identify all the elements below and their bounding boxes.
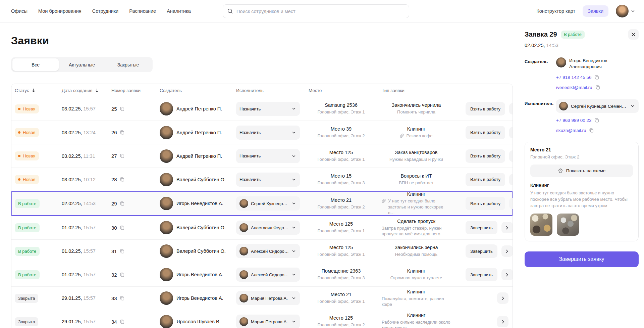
executor-select[interactable]: Мария Петрова А. xyxy=(236,315,300,328)
type-description-text: Необходима помощь xyxy=(395,251,438,257)
copy-icon[interactable] xyxy=(120,272,125,277)
copy-icon[interactable] xyxy=(120,201,125,206)
column-header-3[interactable]: Создатель xyxy=(160,88,236,93)
show-on-scheme-button[interactable]: Показать на схеме xyxy=(530,165,633,177)
sort-desc-icon[interactable] xyxy=(95,88,99,93)
column-header-6[interactable]: Тип заявки xyxy=(382,88,466,93)
copy-icon[interactable] xyxy=(120,319,125,324)
column-header-0[interactable]: Статус xyxy=(11,88,62,93)
open-details-button[interactable] xyxy=(497,316,508,327)
table-row[interactable]: Новая03.02.25, 15:5725Андрей Петренко П.… xyxy=(11,97,513,121)
nav-item-0[interactable]: Офисы xyxy=(11,8,28,14)
executor-email-link[interactable]: skuzn@mail.ru xyxy=(556,128,586,133)
copy-icon[interactable] xyxy=(120,177,125,182)
nav-item-2[interactable]: Сотрудники xyxy=(92,8,119,14)
copy-icon[interactable] xyxy=(594,118,599,123)
status-cell: Новая xyxy=(11,151,62,160)
time-value: 15:57 xyxy=(82,106,95,111)
column-header-5[interactable]: Место xyxy=(309,88,382,93)
copy-icon[interactable] xyxy=(120,153,125,158)
table-row[interactable]: В работе01.02.25, 15:5730Валерий Субботи… xyxy=(11,216,513,239)
table-row[interactable]: В работе01.02.25, 15:5732Игорь Венедикто… xyxy=(11,263,513,286)
open-details-button[interactable] xyxy=(509,174,513,185)
table-row[interactable]: Новая03.02.25, 10:1228Валерий Субботин О… xyxy=(11,168,513,191)
column-header-1[interactable]: Дата создания xyxy=(62,88,111,93)
executor-select[interactable]: Сергей Кузнецов С. xyxy=(236,196,300,210)
status-badge: В работе xyxy=(15,199,40,208)
close-panel-button[interactable] xyxy=(628,29,639,40)
executor-select[interactable]: Назначить xyxy=(236,173,300,187)
tab-0[interactable]: Все xyxy=(12,58,59,71)
open-details-button[interactable] xyxy=(509,103,513,114)
assign-placeholder: Назначить xyxy=(239,106,261,111)
complete-request-button[interactable]: Завершить заявку xyxy=(525,251,639,267)
take-to-work-button[interactable]: Взять в работу xyxy=(466,126,505,139)
open-details-button[interactable] xyxy=(497,292,508,304)
location-pin-icon xyxy=(558,168,563,174)
open-details-button[interactable] xyxy=(509,150,513,162)
executor-cell: Алексей Сидоров П. xyxy=(236,268,309,282)
open-details-button[interactable] xyxy=(509,198,513,209)
global-search xyxy=(223,4,409,18)
executor-select[interactable]: Назначить xyxy=(236,149,300,163)
table-row[interactable]: В работе02.02.25, 14:5329Игорь Венедикто… xyxy=(11,191,513,216)
nav-item-1[interactable]: Мои бронирования xyxy=(38,8,82,14)
nav-item-4[interactable]: Аналитика xyxy=(167,8,191,14)
copy-icon[interactable] xyxy=(120,249,125,254)
creator-email-link[interactable]: ivenedikt@mail.ru xyxy=(556,85,592,90)
sort-desc-icon[interactable] xyxy=(31,88,36,93)
executor-select[interactable]: Алексей Сидоров П. xyxy=(236,244,300,258)
actions-cell: Завершить xyxy=(466,221,513,234)
chevron-down-icon xyxy=(631,104,635,108)
executor-select[interactable]: Сергей Кузнецов Семенович xyxy=(556,99,639,113)
copy-icon[interactable] xyxy=(594,75,599,80)
open-details-button[interactable] xyxy=(509,127,513,138)
attachment-photo[interactable] xyxy=(530,214,552,236)
executor-select[interactable]: Назначить xyxy=(236,126,300,140)
copy-icon[interactable] xyxy=(120,106,125,111)
table-row[interactable]: Новая03.02.25, 11:3127Андрей Петренко П.… xyxy=(11,144,513,168)
open-details-button[interactable] xyxy=(501,245,513,257)
place-location: Головной офис, Этаж 1 xyxy=(317,298,365,304)
open-details-button[interactable] xyxy=(501,269,513,280)
attachment-photo[interactable] xyxy=(557,214,579,236)
executor-select[interactable]: Анастасия Федорова В. xyxy=(236,221,300,235)
take-to-work-button[interactable]: Взять в работу xyxy=(466,102,505,115)
executor-select[interactable]: Назначить xyxy=(236,102,300,116)
take-to-work-button[interactable]: Взять в работу xyxy=(466,149,505,163)
place-cell: Место 125Головной офис, Этаж 1 xyxy=(309,245,382,257)
table-row[interactable]: Закрыта29.01.25, 15:5734Ярослав Шуваев В… xyxy=(11,310,513,328)
executor-select[interactable]: Мария Петрова А. xyxy=(236,291,300,305)
table-row[interactable]: Новая03.02.25, 13:2426Андрей Петренко П.… xyxy=(11,121,513,144)
copy-icon[interactable] xyxy=(595,85,600,90)
date-value: 29.01.25, xyxy=(62,319,82,324)
nav-item-requests[interactable]: Заявки xyxy=(583,5,608,17)
creator-name: Андрей Петренко П. xyxy=(176,153,222,159)
take-to-work-button[interactable]: Взять в работу xyxy=(466,173,505,186)
copy-icon[interactable] xyxy=(120,296,125,301)
executor-select[interactable]: Алексей Сидоров П. xyxy=(236,268,300,282)
copy-icon[interactable] xyxy=(589,128,594,133)
copy-icon[interactable] xyxy=(120,130,125,135)
top-nav: ОфисыМои бронированияСотрудникиРасписани… xyxy=(0,0,644,22)
complete-button[interactable]: Завершить xyxy=(466,221,497,234)
table-row[interactable]: Закрыта29.01.25, 15:5733Игорь Венедиктов… xyxy=(11,286,513,310)
tab-2[interactable]: Закрытые xyxy=(105,58,151,71)
executor-phone-link[interactable]: +7 963 989 00 23 xyxy=(556,118,591,123)
place-cell: Место 21Головной офис, Этаж 2 xyxy=(309,197,382,210)
complete-button[interactable]: Завершить xyxy=(466,268,497,281)
column-header-4[interactable]: Исполнитель xyxy=(236,88,309,93)
time-value: 14:53 xyxy=(82,201,95,206)
nav-item-3[interactable]: Расписание xyxy=(129,8,156,14)
column-header-2[interactable]: Номер заявки xyxy=(111,88,160,93)
user-menu[interactable] xyxy=(616,5,635,17)
tab-1[interactable]: Актуальные xyxy=(59,58,105,71)
search-input[interactable] xyxy=(223,4,409,18)
table-row[interactable]: В работе01.02.25, 15:5731Валерий Субботи… xyxy=(11,239,513,263)
take-to-work-button[interactable]: Взять в работу xyxy=(466,197,505,210)
nav-item-map-builder[interactable]: Конструктор карт xyxy=(536,8,575,14)
complete-button[interactable]: Завершить xyxy=(466,244,497,258)
copy-icon[interactable] xyxy=(120,225,125,230)
open-details-button[interactable] xyxy=(501,222,513,233)
creator-phone-link[interactable]: +7 918 142 45 56 xyxy=(556,75,591,80)
